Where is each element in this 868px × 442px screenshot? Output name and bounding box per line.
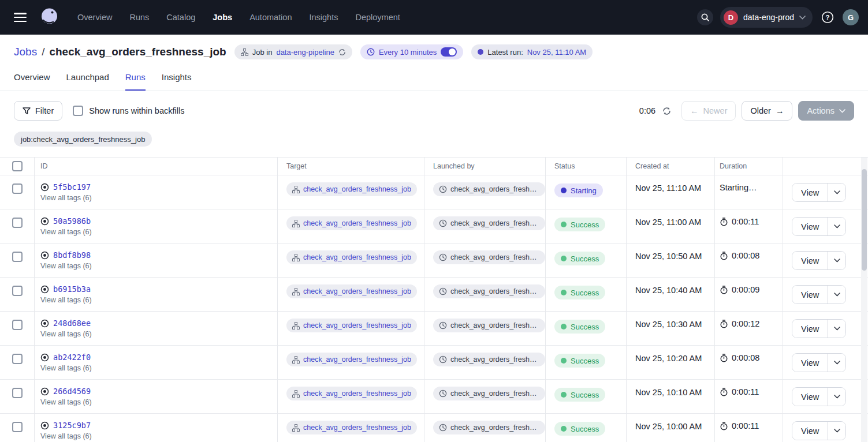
launched-by-chip[interactable]: check_avg_orders_freshn… [433, 284, 545, 298]
dagster-logo-icon[interactable] [39, 7, 60, 28]
run-id-link[interactable]: 248d68ee [53, 319, 91, 328]
newer-button[interactable]: ← Newer [681, 101, 736, 121]
col-header-id: ID [35, 158, 278, 175]
schedule-toggle[interactable] [441, 47, 457, 57]
chevron-down-icon [834, 361, 840, 365]
backfills-checkbox[interactable] [73, 106, 83, 116]
nav-item-jobs[interactable]: Jobs [213, 13, 232, 22]
help-button[interactable]: ? [819, 9, 836, 25]
view-button[interactable]: View [792, 388, 828, 406]
view-button[interactable]: View [792, 218, 828, 235]
view-all-tags-link[interactable]: View all tags (6) [40, 364, 92, 372]
view-dropdown-button[interactable] [828, 422, 845, 440]
launched-by-chip[interactable]: check_avg_orders_freshn… [433, 421, 545, 434]
view-dropdown-button[interactable] [828, 388, 845, 406]
select-all-checkbox[interactable] [12, 161, 23, 171]
row-checkbox[interactable] [12, 252, 23, 262]
actions-button[interactable]: Actions [798, 101, 854, 121]
run-id-link[interactable]: 8bdf8b98 [53, 250, 91, 260]
target-chip[interactable]: check_avg_orders_freshness_job [286, 319, 417, 332]
view-dropdown-button[interactable] [828, 218, 845, 235]
tab-runs[interactable]: Runs [125, 72, 146, 91]
launched-by-chip[interactable]: check_avg_orders_freshn… [433, 182, 545, 196]
workspace-switcher[interactable]: D data-eng-prod [720, 7, 813, 28]
target-chip[interactable]: check_avg_orders_freshness_job [286, 421, 417, 434]
view-button[interactable]: View [792, 320, 828, 338]
run-id-link[interactable]: 266d4569 [53, 387, 91, 396]
view-dropdown-button[interactable] [828, 354, 845, 372]
breadcrumb-jobs-link[interactable]: Jobs [14, 46, 37, 58]
target-chip[interactable]: check_avg_orders_freshness_job [286, 353, 417, 366]
view-button[interactable]: View [792, 354, 828, 372]
row-checkbox[interactable] [12, 320, 23, 330]
clock-icon [439, 321, 447, 329]
job-filter-tag[interactable]: job:check_avg_orders_freshness_job [14, 132, 152, 147]
row-checkbox[interactable] [12, 388, 23, 398]
view-all-tags-link[interactable]: View all tags (6) [40, 296, 92, 304]
nav-item-deployment[interactable]: Deployment [355, 13, 400, 22]
tab-launchpad[interactable]: Launchpad [66, 72, 109, 91]
nav-item-catalog[interactable]: Catalog [166, 13, 195, 22]
target-chip[interactable]: check_avg_orders_freshness_job [286, 182, 417, 196]
run-id-link[interactable]: 5f5bc197 [53, 182, 91, 192]
target-chip[interactable]: check_avg_orders_freshness_job [286, 387, 417, 400]
filter-button[interactable]: Filter [14, 101, 62, 121]
launched-by-chip[interactable]: check_avg_orders_freshn… [433, 319, 545, 332]
hierarchy-icon [292, 186, 300, 193]
view-button[interactable]: View [792, 252, 828, 269]
launched-by-chip[interactable]: check_avg_orders_freshn… [433, 353, 545, 366]
run-id-link[interactable]: ab2422f0 [53, 353, 91, 362]
schedule-badge: Every 10 minutes [360, 44, 463, 59]
target-chip[interactable]: check_avg_orders_freshness_job [286, 250, 417, 264]
target-chip[interactable]: check_avg_orders_freshness_job [286, 216, 417, 230]
hierarchy-icon [241, 48, 248, 56]
row-checkbox[interactable] [12, 218, 23, 228]
view-button[interactable]: View [792, 422, 828, 440]
target-chip[interactable]: check_avg_orders_freshness_job [286, 284, 417, 298]
vertical-scrollbar-thumb[interactable] [862, 169, 867, 271]
launched-by-chip[interactable]: check_avg_orders_freshn… [433, 387, 545, 400]
pipeline-link[interactable]: data-eng-pipeline [276, 48, 334, 57]
tab-overview[interactable]: Overview [14, 72, 50, 91]
row-checkbox[interactable] [12, 286, 23, 296]
row-checkbox[interactable] [12, 183, 23, 194]
view-dropdown-button[interactable] [828, 286, 845, 304]
view-all-tags-link[interactable]: View all tags (6) [40, 262, 92, 270]
sync-icon[interactable] [338, 48, 346, 56]
run-id-link[interactable]: b6915b3a [53, 284, 91, 294]
run-id-link[interactable]: 3125c9b7 [53, 421, 91, 430]
view-button[interactable]: View [792, 286, 828, 304]
nav-item-insights[interactable]: Insights [309, 13, 338, 22]
view-button[interactable]: View [792, 183, 828, 201]
workspace-avatar: D [724, 10, 738, 25]
view-all-tags-link[interactable]: View all tags (6) [40, 398, 92, 406]
row-checkbox[interactable] [12, 422, 23, 432]
status-dot [561, 256, 567, 261]
row-checkbox[interactable] [12, 354, 23, 364]
view-all-tags-link[interactable]: View all tags (6) [40, 194, 92, 202]
menu-icon[interactable] [14, 13, 27, 22]
view-all-tags-link[interactable]: View all tags (6) [40, 228, 92, 236]
user-avatar[interactable]: G [843, 9, 859, 25]
refresh-icon[interactable] [662, 107, 671, 115]
older-button[interactable]: Older → [742, 101, 792, 121]
view-all-tags-link[interactable]: View all tags (6) [40, 432, 92, 440]
nav-item-automation[interactable]: Automation [249, 13, 292, 22]
nav-item-runs[interactable]: Runs [129, 13, 149, 22]
launched-by-chip[interactable]: check_avg_orders_freshn… [433, 250, 545, 264]
show-backfills-toggle[interactable]: Show runs within backfills [73, 106, 184, 116]
target-icon [40, 251, 49, 260]
view-dropdown-button[interactable] [828, 183, 845, 201]
view-dropdown-button[interactable] [828, 320, 845, 338]
status-dot [561, 290, 567, 295]
view-dropdown-button[interactable] [828, 252, 845, 269]
nav-item-overview[interactable]: Overview [77, 13, 112, 22]
latest-run-link[interactable]: Nov 25, 11:10 AM [527, 48, 586, 57]
view-all-tags-link[interactable]: View all tags (6) [40, 330, 92, 338]
launched-by-chip[interactable]: check_avg_orders_freshn… [433, 216, 545, 230]
chevron-down-icon [839, 109, 845, 113]
search-button[interactable] [697, 9, 713, 25]
run-id-link[interactable]: 50a5986b [53, 216, 91, 226]
vertical-scrollbar-track[interactable] [861, 158, 867, 442]
tab-insights[interactable]: Insights [162, 72, 192, 91]
